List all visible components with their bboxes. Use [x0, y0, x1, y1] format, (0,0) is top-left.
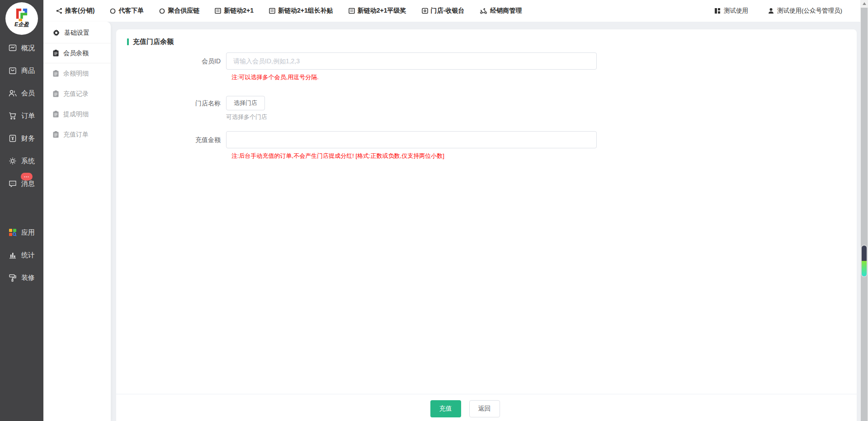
- account-menu[interactable]: 测试使用(公众号管理员): [768, 7, 842, 15]
- amount-row: 充值金额: [116, 131, 857, 148]
- scrollbar-up-arrow-icon[interactable]: [863, 2, 866, 5]
- scooter-icon: [480, 8, 487, 14]
- amount-label: 充值金额: [116, 131, 226, 148]
- test-use-button[interactable]: 测试使用: [714, 7, 748, 15]
- member-id-row: 会员ID: [116, 52, 857, 70]
- members-icon: [8, 89, 17, 98]
- clipboard-icon: [53, 90, 59, 97]
- sidebar-item-apps[interactable]: 应用: [0, 221, 43, 244]
- member-id-note: 注:可以选择多个会员,用逗号分隔.: [231, 73, 857, 81]
- scroll-indicator-green-segment: [862, 261, 867, 276]
- sidebar-item-stats[interactable]: 统计: [0, 244, 43, 266]
- sidebar-item-label: 系统: [21, 157, 35, 166]
- scroll-position-indicator[interactable]: [862, 246, 867, 276]
- submenu-item-label: 余额明细: [63, 70, 89, 78]
- account-label: 测试使用(公众号管理员): [777, 7, 842, 15]
- topnav-item-label: 推客(分销): [65, 7, 94, 15]
- message-icon: [8, 179, 17, 188]
- member-id-input[interactable]: [226, 52, 597, 70]
- brand-logo-text: E企盈: [14, 21, 29, 28]
- submenu-item-commission-detail[interactable]: 提成明细: [43, 104, 111, 124]
- sidebar-item-orders[interactable]: 订单: [0, 104, 43, 127]
- apps-icon: [8, 228, 17, 237]
- recharge-submit-button[interactable]: 充值: [430, 400, 461, 417]
- store-name-label: 门店名称: [116, 95, 226, 121]
- sidebar-item-label: 装修: [21, 274, 35, 282]
- scrollbar-thumb[interactable]: [861, 8, 868, 421]
- brand-logo[interactable]: E企盈: [5, 2, 38, 35]
- sidebar-item-decorate[interactable]: 装修: [0, 266, 43, 289]
- submenu-item-member-balance[interactable]: 会员余额: [43, 43, 111, 63]
- sidebar-item-label: 应用: [21, 228, 35, 237]
- topnav-item-label: 门店-收银台: [431, 7, 465, 15]
- store-name-row: 门店名称 选择门店 可选择多个门店: [116, 95, 857, 121]
- topnav-item-chain-21[interactable]: 新链动2+1: [215, 7, 254, 15]
- scroll-indicator-dark-segment: [862, 246, 867, 261]
- sidebar-item-overview[interactable]: 概况: [0, 37, 43, 59]
- goods-icon: [8, 66, 17, 75]
- topnav-item-label: 经销商管理: [490, 7, 522, 15]
- sidebar-item-label: 订单: [21, 112, 35, 120]
- topnav-item-label: 新链动2+1平级奖: [358, 7, 406, 15]
- sidebar-item-finance[interactable]: 财务: [0, 127, 43, 150]
- clipboard-icon: [53, 70, 59, 77]
- sidebar-item-members[interactable]: 会员: [0, 82, 43, 104]
- form-footer: 充值 返回: [116, 394, 857, 417]
- page-title-row: 充值门店余额: [116, 29, 857, 46]
- gear-icon: [53, 29, 60, 36]
- back-button[interactable]: 返回: [469, 400, 500, 417]
- top-bar-right: 测试使用 测试使用(公众号管理员): [714, 7, 860, 15]
- sidebar-item-messages[interactable]: 消息 ...: [0, 172, 43, 195]
- sidebar-item-label: 会员: [21, 89, 35, 98]
- submenu-panel: 基础设置 会员余额 余额明细 充值记录: [43, 22, 111, 421]
- topnav-item-chain-21-peer-award[interactable]: 新链动2+1平级奖: [349, 7, 406, 15]
- dashboard-icon: [714, 8, 721, 14]
- member-id-label: 会员ID: [116, 52, 226, 70]
- clipboard-icon: [53, 111, 59, 118]
- sidebar-item-label: 消息: [21, 180, 35, 188]
- submenu-item-recharge-records[interactable]: 充值记录: [43, 84, 111, 104]
- title-accent-bar: [127, 38, 129, 45]
- sidebar-item-label: 商品: [21, 66, 35, 75]
- share-icon: [56, 8, 62, 14]
- sidebar-item-system[interactable]: 系统: [0, 150, 43, 172]
- grid-icon: [215, 8, 221, 14]
- user-icon: [768, 8, 774, 14]
- submenu-item-basic-settings[interactable]: 基础设置: [43, 23, 111, 43]
- sidebar-item-label: 财务: [21, 134, 35, 143]
- orders-icon: [8, 111, 17, 120]
- stats-icon: [8, 251, 17, 260]
- top-nav: 推客(分销) 代客下单 聚合供应链 新链动2+1: [56, 7, 522, 15]
- submenu-item-balance-detail[interactable]: 余额明细: [43, 63, 111, 84]
- message-badge: ...: [21, 173, 33, 180]
- page-title: 充值门店余额: [133, 38, 174, 46]
- test-use-label: 测试使用: [724, 7, 748, 15]
- sidebar-item-goods[interactable]: 商品: [0, 59, 43, 82]
- amount-input[interactable]: [226, 131, 597, 148]
- topnav-item-store-cashier[interactable]: 门店-收银台: [422, 7, 465, 15]
- topnav-item-supply-chain[interactable]: 聚合供应链: [159, 7, 199, 15]
- decorate-icon: [8, 273, 17, 282]
- topnav-item-label: 新链动2+1: [224, 7, 254, 15]
- topnav-item-label: 聚合供应链: [168, 7, 199, 15]
- submenu-item-label: 充值订单: [63, 131, 89, 139]
- sidebar-nav: 概况 商品 会员 订单: [0, 37, 43, 289]
- brand-logo-icon: [14, 9, 29, 21]
- select-store-button[interactable]: 选择门店: [226, 96, 265, 110]
- submenu-item-label: 会员余额: [63, 49, 89, 57]
- scrollbar[interactable]: [860, 0, 868, 421]
- topnav-item-proxy-order[interactable]: 代客下单: [110, 7, 144, 15]
- clipboard-icon: [53, 131, 59, 138]
- topnav-item-chain-21-leader-bonus[interactable]: 新链动2+1组长补贴: [269, 7, 333, 15]
- grid-icon: [349, 8, 355, 14]
- top-bar: 推客(分销) 代客下单 聚合供应链 新链动2+1: [43, 0, 860, 22]
- finance-icon: [8, 134, 17, 143]
- app-sidebar: E企盈 概况 商品: [0, 0, 43, 421]
- topnav-item-dealer-management[interactable]: 经销商管理: [480, 7, 522, 15]
- clipboard-icon: [53, 50, 59, 57]
- topnav-item-distribution[interactable]: 推客(分销): [56, 7, 94, 15]
- submenu-item-label: 充值记录: [63, 90, 89, 98]
- circle-icon: [110, 8, 116, 14]
- amount-note: 注:后台手动充值的订单,不会产生门店提成分红! [格式:正数或负数,仅支持两位小…: [231, 152, 857, 160]
- submenu-item-recharge-orders[interactable]: 充值订单: [43, 124, 111, 145]
